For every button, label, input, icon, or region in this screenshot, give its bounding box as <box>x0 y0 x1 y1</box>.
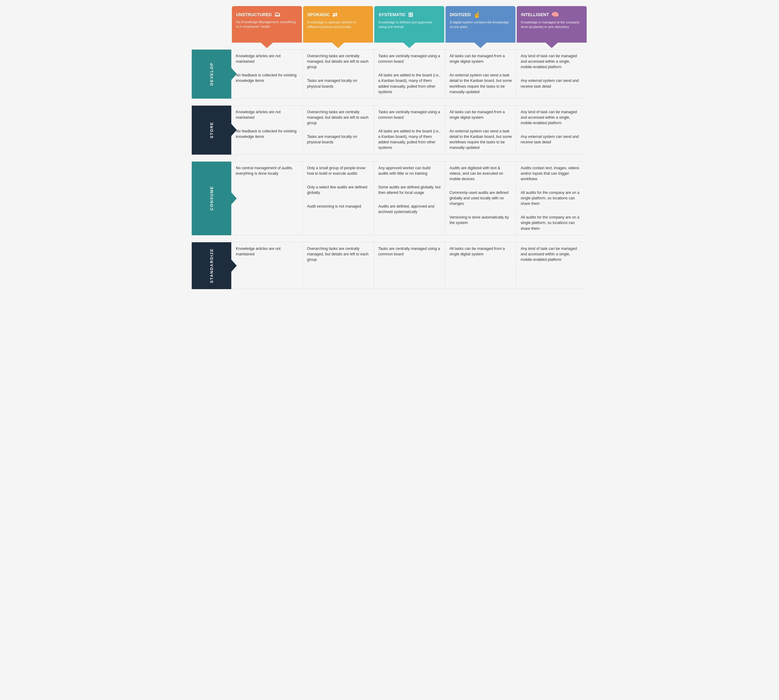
cell-store-unstructured: Knowledge articles are not maintainedNo … <box>231 106 303 155</box>
cell-develop-unstructured: Knowledge articles are not maintainedNo … <box>231 50 303 98</box>
cell-item-consume-sporadic-0: Only a small group of people know how to… <box>307 165 370 180</box>
row-content-develop: Knowledge articles are not maintainedNo … <box>231 50 587 98</box>
cell-item-consume-digitized-2: Versioning is done automatically by the … <box>449 215 512 225</box>
row-header-store: STORE <box>192 106 231 155</box>
cell-item-consume-sporadic-2: Audit versioning is not managed <box>307 203 370 209</box>
cell-standardize-sporadic: Overarching tasks are centrally managed,… <box>303 242 374 289</box>
cell-item-develop-digitized-1: An external system can send a task detai… <box>449 72 512 95</box>
cell-item-store-sporadic-1: Tasks are managed locally on physical bo… <box>307 134 370 145</box>
col-title-unstructured: UNSTRUCTURED 🗂 <box>236 11 298 18</box>
cell-item-consume-digitized-1: Commonly-used audits are defined globall… <box>449 190 512 210</box>
row-header-standardize: STANDARDIZE <box>192 242 231 289</box>
col-desc-digitized: A digital system contains the knowledge … <box>450 20 511 30</box>
col-header-digitized: DIGITIZED ☝ A digital system contains th… <box>446 6 516 43</box>
col-title-intelligent: INTELLIGENT 🧠 <box>521 11 583 18</box>
cell-develop-sporadic: Overarching tasks are centrally managed,… <box>303 50 374 98</box>
row-section-standardize: STANDARDIZEKnowledge articles are not ma… <box>192 242 587 289</box>
cell-item-standardize-digitized-0: All tasks can be managed from a single d… <box>449 246 512 257</box>
cell-item-consume-digitized-0: Audits are digitized with text & videos,… <box>449 165 512 185</box>
cell-item-consume-intelligent-1: All audits for the company are on a sing… <box>521 190 583 210</box>
col-title-systematic: SYSTEMATIC ⊞ <box>379 11 440 18</box>
cell-item-store-intelligent-0: Any kind of task can be managed and acce… <box>521 109 583 129</box>
row-header-develop: DEVELOP <box>192 50 231 98</box>
cell-store-systematic: Tasks are centrally managed using a comm… <box>374 106 445 155</box>
cell-item-consume-systematic-2: Audits are defined, approved and archive… <box>378 203 441 215</box>
row-label-store: STORE <box>209 122 214 138</box>
cell-item-develop-sporadic-1: Tasks are managed locally on physical bo… <box>307 78 370 89</box>
row-content-store: Knowledge articles are not maintainedNo … <box>231 106 587 155</box>
cell-store-sporadic: Overarching tasks are centrally managed,… <box>303 106 374 155</box>
cell-item-store-digitized-0: All tasks can be managed from a single d… <box>449 109 512 123</box>
cell-item-store-systematic-0: Tasks are centrally managed using a comm… <box>378 109 441 123</box>
cell-item-develop-unstructured-0: Knowledge articles are not maintained <box>236 53 298 68</box>
cell-standardize-digitized: All tasks can be managed from a single d… <box>445 242 516 289</box>
row-label-consume: CONSUME <box>209 186 214 210</box>
col-header-intelligent: INTELLIGENT 🧠 Knowledge is managed at th… <box>517 6 587 43</box>
cell-consume-unstructured: No central management of audits, everyth… <box>231 162 303 235</box>
cell-item-develop-unstructured-1: No feedback is collected for existing kn… <box>236 72 298 83</box>
matrix-container: UNSTRUCTURED 🗂 No Knowledge Management, … <box>192 6 587 289</box>
cell-item-consume-intelligent-0: Audits contain text, images, videos and/… <box>521 165 583 185</box>
digitized-icon: ☝ <box>473 11 481 18</box>
sporadic-icon: ⇄ <box>332 11 338 18</box>
col-desc-sporadic: Knowledge is sparsely defined in differe… <box>307 20 369 30</box>
col-title-digitized: DIGITIZED ☝ <box>450 11 511 18</box>
cell-item-consume-systematic-0: Any approved worker can build audits wit… <box>378 165 441 180</box>
cell-item-develop-sporadic-0: Overarching tasks are centrally managed,… <box>307 53 370 73</box>
cell-item-store-sporadic-0: Overarching tasks are centrally managed,… <box>307 109 370 129</box>
cell-item-develop-intelligent-0: Any kind of task can be managed and acce… <box>521 53 583 73</box>
cell-consume-intelligent: Audits contain text, images, videos and/… <box>516 162 587 235</box>
cell-item-store-digitized-1: An external system can send a task detai… <box>449 128 512 151</box>
cell-item-store-systematic-1: All tasks are added to the board (i.e., … <box>378 128 441 151</box>
cell-item-consume-systematic-1: Some audits are defined globally, but th… <box>378 185 441 199</box>
unstructured-icon: 🗂 <box>274 11 280 18</box>
cell-store-intelligent: Any kind of task can be managed and acce… <box>516 106 587 155</box>
cell-item-standardize-intelligent-0: Any kind of task can be managed and acce… <box>521 246 583 262</box>
cell-consume-systematic: Any approved worker can build audits wit… <box>374 162 445 235</box>
cell-develop-intelligent: Any kind of task can be managed and acce… <box>516 50 587 98</box>
col-title-sporadic: SPORADIC ⇄ <box>307 11 369 18</box>
cell-item-consume-intelligent-2: All audits for the company are on a sing… <box>521 215 583 231</box>
row-section-consume: CONSUMENo central management of audits, … <box>192 161 587 235</box>
col-header-sporadic: SPORADIC ⇄ Knowledge is sparsely defined… <box>303 6 373 43</box>
cell-item-develop-systematic-1: All tasks are added to the board (i.e., … <box>378 72 441 95</box>
cell-item-consume-sporadic-1: Only a select few audits are defined glo… <box>307 185 370 199</box>
cell-item-develop-systematic-0: Tasks are centrally managed using a comm… <box>378 53 441 68</box>
col-desc-intelligent: Knowledge is managed at the company leve… <box>521 20 583 30</box>
cell-standardize-systematic: Tasks are centrally managed using a comm… <box>374 242 445 289</box>
row-label-standardize: STANDARDIZE <box>209 248 214 283</box>
col-header-systematic: SYSTEMATIC ⊞ Knowledge is defined and ap… <box>374 6 444 43</box>
col-desc-systematic: Knowledge is defined and approved using … <box>379 20 440 30</box>
col-header-unstructured: UNSTRUCTURED 🗂 No Knowledge Management, … <box>232 6 302 43</box>
intelligent-icon: 🧠 <box>551 11 559 18</box>
row-section-develop: DEVELOPKnowledge articles are not mainta… <box>192 49 587 98</box>
cell-consume-sporadic: Only a small group of people know how to… <box>303 162 374 235</box>
header-row: UNSTRUCTURED 🗂 No Knowledge Management, … <box>231 6 587 43</box>
cell-develop-systematic: Tasks are centrally managed using a comm… <box>374 50 445 98</box>
cell-standardize-unstructured: Knowledge articles are not maintained <box>231 242 303 289</box>
row-section-store: STOREKnowledge articles are not maintain… <box>192 105 587 155</box>
cell-consume-digitized: Audits are digitized with text & videos,… <box>445 162 516 235</box>
cell-store-digitized: All tasks can be managed from a single d… <box>445 106 516 155</box>
cell-develop-digitized: All tasks can be managed from a single d… <box>445 50 516 98</box>
cell-item-develop-digitized-0: All tasks can be managed from a single d… <box>449 53 512 68</box>
cell-item-store-unstructured-1: No feedback is collected for existing kn… <box>236 128 298 139</box>
row-header-consume: CONSUME <box>192 162 231 235</box>
row-label-develop: DEVELOP <box>209 62 214 85</box>
cell-item-store-unstructured-0: Knowledge articles are not maintained <box>236 109 298 123</box>
cell-item-develop-intelligent-1: Any external system can send and receive… <box>521 78 583 89</box>
row-content-consume: No central management of audits, everyth… <box>231 162 587 235</box>
cell-item-standardize-sporadic-0: Overarching tasks are centrally managed,… <box>307 246 370 262</box>
cell-item-consume-unstructured-0: No central management of audits, everyth… <box>236 165 298 176</box>
row-content-standardize: Knowledge articles are not maintainedOve… <box>231 242 587 289</box>
col-desc-unstructured: No Knowledge Management, everything is i… <box>236 20 298 29</box>
cell-item-standardize-unstructured-0: Knowledge articles are not maintained <box>236 246 298 257</box>
cell-item-standardize-systematic-0: Tasks are centrally managed using a comm… <box>378 246 441 257</box>
cell-item-store-intelligent-1: Any external system can send and receive… <box>521 134 583 145</box>
cell-standardize-intelligent: Any kind of task can be managed and acce… <box>516 242 587 289</box>
systematic-icon: ⊞ <box>408 11 413 18</box>
